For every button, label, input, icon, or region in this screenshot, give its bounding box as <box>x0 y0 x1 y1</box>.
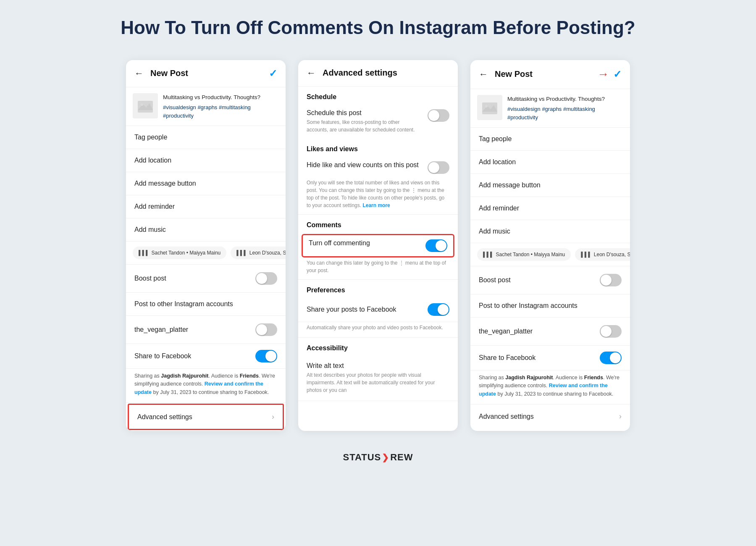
right-add-music[interactable]: Add music <box>470 220 630 243</box>
right-check-icon[interactable]: ✓ <box>613 68 622 80</box>
middle-back-button[interactable]: ← <box>307 68 316 79</box>
right-add-location[interactable]: Add location <box>470 151 630 174</box>
right-panel-header: ← New Post → ✓ <box>470 60 630 89</box>
left-post-hashtags: #visualdesign #graphs #multitasking #pro… <box>163 103 279 120</box>
schedule-post-text: Schedule this post Some features, like c… <box>307 109 421 134</box>
right-boost-toggle[interactable] <box>600 274 622 286</box>
schedule-toggle[interactable] <box>428 109 449 122</box>
left-account-toggle-row: the_vegan_platter <box>126 316 286 344</box>
left-add-reminder[interactable]: Add reminder <box>126 195 286 218</box>
right-share-fb-toggle[interactable] <box>600 352 622 364</box>
left-account-name: the_vegan_platter <box>134 326 188 333</box>
left-sharing-name: Jagdish Rajpurohit <box>161 373 208 379</box>
hide-likes-row: Hide like and view counts on this post <box>298 156 458 179</box>
left-sharing-friends: Friends <box>240 373 259 379</box>
right-post-to-accounts[interactable]: Post to other Instagram accounts <box>470 294 630 318</box>
left-boost-label: Boost post <box>134 275 166 282</box>
share-fb-row: Share your posts to Facebook <box>298 297 458 322</box>
right-music-chip-1-label: Sachet Tandon • Maiyya Mainu <box>496 252 565 257</box>
left-boost-toggle[interactable] <box>255 272 277 285</box>
svg-point-5 <box>485 105 488 108</box>
right-music-chip-2[interactable]: ▌▌▌ Leon D'souza, Suzann... <box>575 248 630 261</box>
left-panel-header: ← New Post ✓ <box>126 60 286 87</box>
left-advanced-row[interactable]: Advanced settings › <box>128 404 284 430</box>
left-add-message[interactable]: Add message button <box>126 172 286 195</box>
schedule-post-label: Schedule this post <box>307 109 421 117</box>
logo-text-end: REW <box>390 452 413 463</box>
left-post-preview: Multitasking vs Productivity. Thoughts? … <box>126 87 286 126</box>
right-advanced-row[interactable]: Advanced settings › <box>470 404 630 428</box>
left-back-button[interactable]: ← <box>134 68 144 79</box>
left-post-thumbnail <box>133 93 158 118</box>
left-sharing-text-2: . Audience is <box>208 373 239 379</box>
right-post-text: Multitasking vs Productivity. Thoughts? … <box>507 95 623 121</box>
left-account-toggle[interactable] <box>255 323 277 336</box>
svg-point-2 <box>141 103 143 106</box>
right-sharing-name: Jagdish Rajpurohit <box>505 375 553 381</box>
turn-off-text: Turn off commenting <box>309 239 419 249</box>
image-placeholder-icon <box>137 97 154 114</box>
left-add-location[interactable]: Add location <box>126 149 286 172</box>
left-music-chip-1[interactable]: ▌▌▌ Sachet Tandon • Maiyya Mainu <box>133 247 226 259</box>
right-music-row: ▌▌▌ Sachet Tandon • Maiyya Mainu ▌▌▌ Leo… <box>470 243 630 266</box>
right-add-message-label: Add message button <box>479 181 541 189</box>
right-sharing-friends: Friends <box>584 375 603 381</box>
hide-likes-text: Hide like and view counts on this post <box>307 161 421 171</box>
right-add-reminder[interactable]: Add reminder <box>470 197 630 220</box>
preferences-section-title: Preferences <box>298 280 458 297</box>
turn-off-toggle[interactable] <box>425 239 447 252</box>
left-check-icon[interactable]: ✓ <box>269 68 277 79</box>
right-chevron-right-icon: › <box>619 412 622 421</box>
left-share-fb-row: Share to Facebook <box>126 344 286 369</box>
left-share-fb-label: Share to Facebook <box>134 352 191 360</box>
left-post-to-accounts-label: Post to other Instagram accounts <box>134 300 233 308</box>
logo-arrow-icon: ❯ <box>382 452 389 462</box>
middle-panel: ← Advanced settings Schedule Schedule th… <box>298 60 458 431</box>
bars-icon-1: ▌▌▌ <box>139 250 150 256</box>
left-sharing-note: Sharing as Jagdish Rajpurohit. Audience … <box>126 369 286 403</box>
right-sharing-text-4: by July 31, 2023 to continue sharing to … <box>496 391 613 397</box>
right-music-chip-2-label: Leon D'souza, Suzann... <box>594 252 630 257</box>
right-add-reminder-label: Add reminder <box>479 205 519 212</box>
turn-off-note: You can change this later by going to th… <box>298 259 458 280</box>
right-back-button[interactable]: ← <box>479 69 488 80</box>
alt-text-item[interactable]: Write alt text Alt text describes your p… <box>298 355 458 401</box>
right-account-name: the_vegan_platter <box>479 328 533 335</box>
right-sharing-note: Sharing as Jagdish Rajpurohit. Audience … <box>470 370 630 404</box>
right-account-toggle-row: the_vegan_platter <box>470 318 630 346</box>
share-fb-label: Share your posts to Facebook <box>307 306 396 313</box>
right-bars-icon-2: ▌▌▌ <box>581 252 592 257</box>
middle-panel-title: Advanced settings <box>323 68 449 78</box>
right-account-toggle[interactable] <box>600 325 622 338</box>
left-add-music-label: Add music <box>134 226 166 234</box>
right-tag-people[interactable]: Tag people <box>470 128 630 151</box>
learn-more-link[interactable]: Learn more <box>362 202 390 208</box>
right-add-message[interactable]: Add message button <box>470 174 630 197</box>
left-advanced-label: Advanced settings <box>137 413 192 421</box>
left-music-chip-2[interactable]: ▌▌▌ Leon D'souza, Suzanne <box>231 247 286 259</box>
share-fb-toggle[interactable] <box>428 303 449 316</box>
right-boost-row: Boost post <box>470 266 630 294</box>
logo-text-start: STATUS <box>343 452 381 463</box>
right-boost-label: Boost post <box>479 276 511 284</box>
left-add-reminder-label: Add reminder <box>134 203 175 210</box>
left-add-music[interactable]: Add music <box>126 218 286 242</box>
left-share-fb-toggle[interactable] <box>255 350 277 362</box>
left-boost-row: Boost post <box>126 265 286 293</box>
left-tag-people[interactable]: Tag people <box>126 126 286 149</box>
left-music-chip-1-label: Sachet Tandon • Maiyya Mainu <box>152 250 221 256</box>
page-title: How To Turn Off Comments On Instagram Be… <box>121 17 635 39</box>
right-sharing-text-1: Sharing as <box>479 375 505 381</box>
panels-container: ← New Post ✓ Multitasking vs Productivit… <box>25 60 731 431</box>
left-post-to-accounts[interactable]: Post to other Instagram accounts <box>126 293 286 316</box>
right-sharing-text-2: . Audience is <box>553 375 584 381</box>
left-sharing-text-4: by July 31, 2023 to continue sharing to … <box>152 389 269 395</box>
hide-likes-toggle[interactable] <box>428 161 449 174</box>
right-music-chip-1[interactable]: ▌▌▌ Sachet Tandon • Maiyya Mainu <box>477 248 571 261</box>
right-advanced-label: Advanced settings <box>479 413 534 420</box>
comments-section-title: Comments <box>298 215 458 232</box>
left-tag-people-label: Tag people <box>134 134 167 141</box>
right-image-placeholder-icon <box>481 99 498 116</box>
schedule-section-title: Schedule <box>298 87 458 104</box>
accessibility-section-title: Accessibility <box>298 338 458 355</box>
